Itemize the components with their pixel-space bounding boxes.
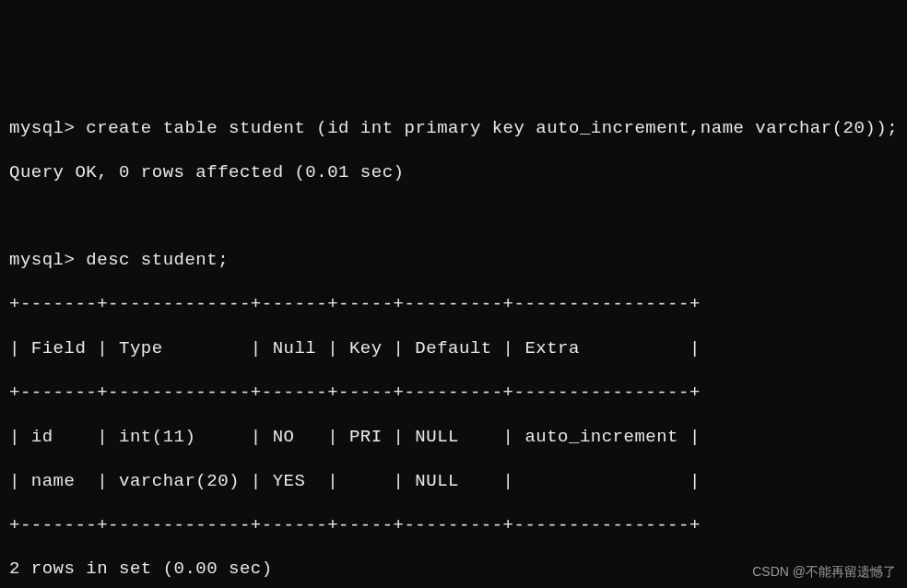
watermark: CSDN @不能再留遗憾了 xyxy=(752,564,896,581)
table-border: +-------+-------------+------+-----+----… xyxy=(9,515,898,537)
table-row: | id | int(11) | NO | PRI | NULL | auto_… xyxy=(9,427,898,449)
prompt-line: mysql> desc student; xyxy=(9,250,898,272)
terminal-output: mysql> create table student (id int prim… xyxy=(9,96,898,588)
prompt: mysql> xyxy=(9,118,75,138)
result-create: Query OK, 0 rows affected (0.01 sec) xyxy=(9,162,898,184)
blank xyxy=(9,206,898,228)
command-desc: desc student; xyxy=(86,250,229,270)
prompt: mysql> xyxy=(9,250,75,270)
command-create: create table student (id int primary key… xyxy=(86,118,898,138)
table-border: +-------+-------------+------+-----+----… xyxy=(9,382,898,405)
prompt-line: mysql> create table student (id int prim… xyxy=(9,118,898,140)
table-header: | Field | Type | Null | Key | Default | … xyxy=(9,338,898,360)
table-border: +-------+-------------+------+-----+----… xyxy=(9,294,898,316)
table-row: | name | varchar(20) | YES | | NULL | | xyxy=(9,471,898,493)
